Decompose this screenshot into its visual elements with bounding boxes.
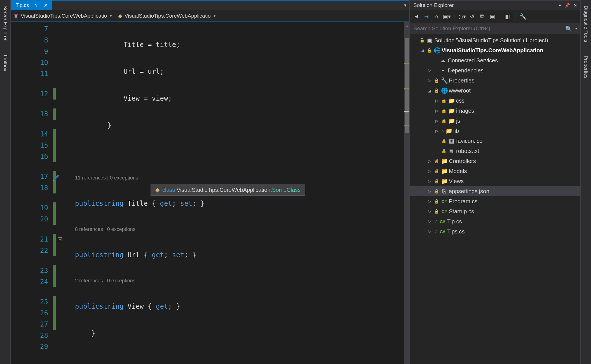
- show-all-files-icon[interactable]: ⧉: [479, 13, 486, 20]
- expander-icon[interactable]: ▷: [427, 209, 432, 214]
- properties-tab[interactable]: Properties: [582, 52, 590, 82]
- tree-file-tips[interactable]: ▷ ✓ C# Tips.cs: [410, 226, 580, 237]
- code-text-area[interactable]: Title = title; Url = url; View = view; }…: [64, 22, 409, 364]
- expander-icon[interactable]: ▷: [434, 129, 440, 133]
- panel-title: Solution Explorer: [413, 2, 454, 8]
- tree-folder-css[interactable]: ▷ 🔒 📁 css: [410, 96, 580, 106]
- connected-services-icon: ☁: [440, 57, 446, 64]
- tree-folder-models[interactable]: ▷ 🔒 📁 Models: [410, 166, 580, 176]
- search-icon[interactable]: 🔍: [565, 25, 572, 32]
- dependencies-icon: ▪: [440, 67, 446, 74]
- lock-icon: 🔒: [434, 78, 439, 83]
- autohide-pin-icon[interactable]: 📌: [564, 3, 570, 8]
- codelens[interactable]: 11 references | 0 exceptions: [75, 173, 409, 182]
- lock-icon: 🔒: [441, 118, 447, 123]
- search-input[interactable]: [410, 23, 580, 34]
- tab-overflow-dropdown[interactable]: ▼: [401, 1, 409, 10]
- expander-icon[interactable]: ▷: [427, 179, 432, 183]
- node-label: favicon.ico: [456, 138, 483, 144]
- tree-connected-services[interactable]: ☁ Connected Services: [410, 55, 580, 65]
- line-number: 18: [12, 182, 50, 193]
- tree-file-tip[interactable]: ▷ ✓ C# Tip.cs: [410, 216, 580, 226]
- expander-icon[interactable]: ▷: [434, 108, 440, 113]
- tree-folder-images[interactable]: ▷ 🔒 📁 images: [410, 106, 580, 116]
- expander-icon[interactable]: ▷: [427, 229, 432, 234]
- tree-file-robots[interactable]: 🔒 🗎 robots.txt: [410, 146, 580, 156]
- tree-file-program[interactable]: ▷ 🔒 C# Program.cs: [410, 196, 580, 206]
- expander-icon[interactable]: ▷: [434, 119, 440, 123]
- expander-icon[interactable]: ▷: [427, 219, 432, 224]
- vertical-scrollbar[interactable]: [404, 30, 409, 364]
- expander-icon[interactable]: ▷: [427, 199, 432, 204]
- close-icon[interactable]: ✕: [573, 3, 577, 8]
- line-number: 12: [12, 88, 50, 100]
- codelens[interactable]: 2 references | 0 exceptions: [75, 276, 409, 285]
- line-number: 23: [12, 265, 50, 276]
- pending-changes-filter-icon[interactable]: ◷▾: [458, 13, 466, 20]
- back-icon[interactable]: ◄: [413, 13, 420, 20]
- collapse-all-icon[interactable]: ▣: [489, 13, 496, 20]
- tree-dependencies[interactable]: ▷ ▪ Dependencies: [410, 65, 580, 75]
- tree-folder-views[interactable]: ▷ 🔒 📁 Views: [410, 176, 580, 186]
- refactor-lightbulb-icon[interactable]: 🖊️: [53, 172, 60, 183]
- expander-icon[interactable]: ▷: [427, 169, 432, 173]
- solution-tree[interactable]: 🔒 ▣ Solution 'VisualStudioTips.Solution'…: [410, 34, 580, 364]
- line-gap: [12, 256, 50, 265]
- expander-icon[interactable]: ▷: [427, 189, 432, 193]
- tree-properties[interactable]: ▷ 🔒 🔧 Properties: [410, 75, 580, 86]
- expander-icon[interactable]: ▷: [427, 78, 432, 83]
- line-number: 15: [12, 140, 50, 151]
- tree-solution-node[interactable]: 🔒 ▣ Solution 'VisualStudioTips.Solution'…: [410, 35, 580, 45]
- tree-file-appsettings[interactable]: ▷ 🔒 ⎘ appsettings.json: [410, 186, 580, 196]
- folder-icon: 📁: [441, 168, 447, 174]
- sync-icon[interactable]: ↺: [468, 13, 476, 20]
- folder-icon: 📁: [448, 117, 454, 124]
- tree-folder-js[interactable]: ▷ 🔒 📁 js: [410, 116, 580, 126]
- line-number: 29: [12, 341, 50, 352]
- change-marker-margin: [53, 22, 56, 364]
- search-options-icon[interactable]: ▼: [574, 27, 578, 30]
- home-icon[interactable]: ⌂: [433, 13, 440, 20]
- solution-explorer-panel: Solution Explorer ▾ 📌 ✕ ◄ ➜ ⌂ ▣▾ ◷▾ ↺ ⧉ …: [410, 0, 580, 364]
- close-icon[interactable]: ✕: [44, 2, 48, 8]
- tree-file-startup[interactable]: ▷ 🔒 C# Startup.cs: [410, 206, 580, 216]
- tree-wwwroot[interactable]: ◢ 🔒 🌐 wwwroot: [410, 86, 580, 96]
- split-window-handle[interactable]: ≡: [404, 22, 409, 30]
- center-area: Tip.cs ⇪ ✕ ▼ ▣ VisualStudioTips.CoreWebA…: [11, 0, 580, 364]
- scope-switch-icon[interactable]: ▣▾: [443, 13, 450, 20]
- preview-selected-items-icon[interactable]: ◧: [504, 13, 511, 20]
- toolbox-tab[interactable]: Toolbox: [1, 51, 9, 75]
- line-number: 11: [12, 68, 50, 79]
- expander-icon[interactable]: ▷: [434, 98, 440, 103]
- solution-explorer-titlebar[interactable]: Solution Explorer ▾ 📌 ✕: [410, 0, 580, 10]
- node-label: Dependencies: [448, 67, 484, 74]
- quickinfo-tooltip: ◆ class VisualStudioTips.CoreWebApplicat…: [151, 184, 305, 196]
- lock-icon: 🔒: [434, 209, 439, 214]
- tree-project-node[interactable]: ◢ 🔒 🌐 VisualStudioTips.CoreWebApplicatio…: [410, 45, 580, 55]
- expander-icon[interactable]: ◢: [427, 88, 432, 93]
- node-label: Views: [449, 178, 464, 185]
- forward-icon[interactable]: ➜: [423, 13, 430, 20]
- line-number: 13: [12, 108, 50, 120]
- expander-icon[interactable]: ▷: [427, 68, 432, 73]
- properties-icon[interactable]: 🔧: [519, 13, 527, 20]
- outline-collapse-toggle[interactable]: −: [58, 237, 62, 241]
- code-editor[interactable]: 7 8 9 10 11 12 13 14 15 16 17 🖊️ 18 19: [11, 22, 409, 364]
- scrollbar-thumb[interactable]: [405, 38, 409, 133]
- tree-file-favicon[interactable]: 🔒 ▦ favicon.ico: [410, 136, 580, 146]
- diagnostic-tools-tab[interactable]: Diagnostic Tools: [582, 2, 590, 46]
- document-tab-tip-cs[interactable]: Tip.cs ⇪ ✕: [11, 1, 52, 10]
- solution-explorer-search[interactable]: 🔍 ▼: [410, 23, 580, 34]
- server-explorer-tab[interactable]: Server Explorer: [1, 2, 9, 44]
- nav-namespace-dropdown[interactable]: ▣ VisualStudioTips.CoreWebApplicatio ▼: [13, 13, 112, 19]
- nav-class-dropdown[interactable]: ◆ VisualStudioTips.CoreWebApplicatio ▼: [118, 13, 216, 19]
- expander-icon[interactable]: ◢: [419, 48, 425, 53]
- folder-icon: 📁: [445, 127, 452, 134]
- expander-icon[interactable]: ▷: [427, 159, 432, 163]
- codelens[interactable]: 8 references | 0 exceptions: [75, 225, 409, 234]
- pin-icon[interactable]: ⇪: [34, 3, 38, 8]
- window-menu-icon[interactable]: ▾: [559, 3, 561, 8]
- tree-folder-lib[interactable]: ▷ ○ 📁 lib: [410, 126, 580, 136]
- node-label: Startup.cs: [449, 208, 474, 215]
- tree-folder-controllers[interactable]: ▷ 🔒 📁 Controllers: [410, 156, 580, 166]
